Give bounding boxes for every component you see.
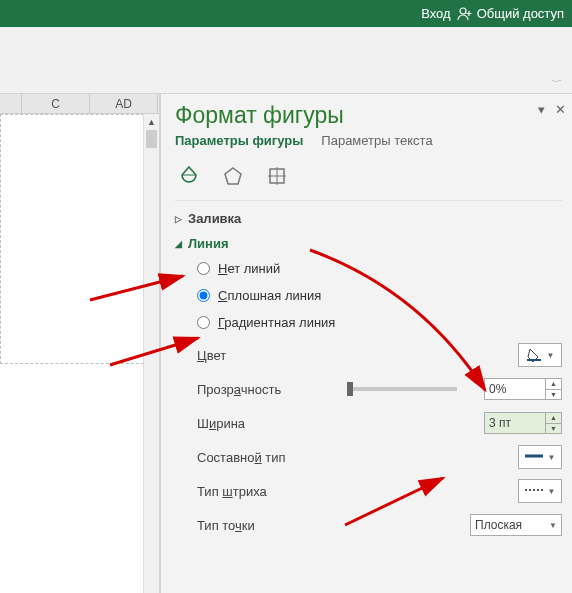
svg-rect-3: [527, 359, 541, 361]
radio-solid-line[interactable]: Сплошная линия: [197, 288, 562, 303]
fill-line-icon[interactable]: [175, 162, 203, 190]
expand-icon: ▷: [175, 214, 182, 224]
shape-selection[interactable]: [0, 114, 149, 364]
cap-type-dropdown[interactable]: Плоская ▼: [470, 514, 562, 536]
width-input[interactable]: 3 пт ▲▼: [484, 412, 562, 434]
row-color: Цвет ▼: [197, 342, 562, 368]
transparency-input[interactable]: 0% ▲▼: [484, 378, 562, 400]
radio-no-line[interactable]: Нет линий: [197, 261, 562, 276]
section-line-label: Линия: [188, 236, 229, 251]
tab-shape-options[interactable]: Параметры фигуры: [175, 133, 303, 148]
compound-type-dropdown[interactable]: ▼: [518, 445, 562, 469]
chevron-down-icon: ▼: [547, 351, 555, 360]
column-headers: C AD: [0, 94, 159, 114]
spin-down-icon[interactable]: ▼: [546, 390, 561, 400]
spin-down-icon[interactable]: ▼: [546, 424, 561, 434]
collapse-ribbon-icon[interactable]: ﹀: [551, 77, 562, 86]
slider-handle[interactable]: [347, 382, 353, 396]
tab-text-options[interactable]: Параметры текста: [321, 133, 432, 148]
signin-link[interactable]: Вход: [421, 6, 450, 21]
task-pane-options-icon[interactable]: ▾: [538, 102, 545, 117]
cap-value: Плоская: [475, 518, 522, 532]
close-pane-icon[interactable]: ✕: [555, 102, 566, 117]
width-value: 3 пт: [489, 416, 511, 430]
col-header-blank[interactable]: [0, 94, 22, 113]
title-bar: Вход Общий доступ: [0, 0, 572, 27]
size-properties-icon[interactable]: [263, 162, 291, 190]
col-header-ad[interactable]: AD: [90, 94, 158, 113]
paint-bucket-icon: [526, 347, 542, 363]
compound-line-icon: [525, 452, 543, 462]
col-header-c[interactable]: C: [22, 94, 90, 113]
section-fill-label: Заливка: [188, 211, 241, 226]
chevron-down-icon: ▼: [548, 453, 556, 462]
dash-type-dropdown[interactable]: ▼: [518, 479, 562, 503]
transparency-value: 0%: [489, 382, 506, 396]
share-label: Общий доступ: [477, 6, 564, 21]
section-fill-header[interactable]: ▷ Заливка: [175, 211, 562, 226]
person-share-icon: [457, 6, 473, 22]
row-transparency: Прозрачность 0% ▲▼: [197, 376, 562, 402]
row-compound: Составной тип ▼: [197, 444, 562, 470]
pane-tabs: Параметры фигуры Параметры текста: [175, 133, 562, 148]
spin-up-icon[interactable]: ▲: [546, 413, 561, 424]
transparency-slider[interactable]: [347, 387, 457, 391]
color-picker-button[interactable]: ▼: [518, 343, 562, 367]
radio-gradient-line[interactable]: Градиентная линия: [197, 315, 562, 330]
collapse-icon: ◢: [175, 239, 182, 249]
radio-solid-line-input[interactable]: [197, 289, 210, 302]
section-line-header[interactable]: ◢ Линия: [175, 236, 562, 251]
scroll-thumb[interactable]: [146, 130, 157, 148]
chevron-down-icon: ▼: [549, 521, 557, 530]
radio-no-line-input[interactable]: [197, 262, 210, 275]
row-cap: Тип точки Плоская ▼: [197, 512, 562, 538]
pane-title: Формат фигуры: [175, 102, 562, 129]
dash-line-icon: [525, 486, 543, 496]
worksheet-area: C AD ▲: [0, 94, 160, 593]
row-width: Ширина 3 пт ▲▼: [197, 410, 562, 436]
ribbon-area: ﹀: [0, 27, 572, 94]
share-button[interactable]: Общий доступ: [457, 6, 564, 22]
vertical-scrollbar[interactable]: ▲: [143, 114, 159, 593]
chevron-down-icon: ▼: [548, 487, 556, 496]
spin-up-icon[interactable]: ▲: [546, 379, 561, 390]
scroll-up-icon[interactable]: ▲: [144, 114, 159, 130]
category-icons: [175, 158, 562, 201]
svg-point-0: [460, 8, 466, 14]
svg-marker-1: [225, 168, 241, 184]
row-dash: Тип штриха ▼: [197, 478, 562, 504]
effects-icon[interactable]: [219, 162, 247, 190]
format-shape-pane: ▾ ✕ Формат фигуры Параметры фигуры Парам…: [160, 94, 572, 593]
radio-gradient-line-input[interactable]: [197, 316, 210, 329]
